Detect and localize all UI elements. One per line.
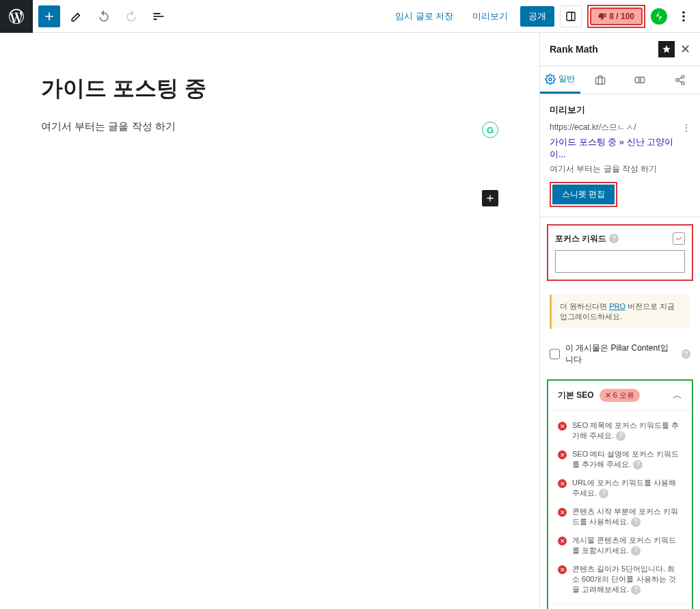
share-icon [675, 75, 686, 85]
preview-description: 여기서 부터는 글을 작성 하기 [550, 163, 690, 175]
publish-button[interactable]: 공개 [520, 6, 554, 27]
preview-title: 가이드 포스팅 중 » 신난 고양이 이... [550, 136, 690, 161]
details-button[interactable] [148, 5, 170, 27]
sidebar-toggle[interactable] [560, 5, 582, 27]
sidebar-icon [565, 11, 576, 22]
more-options-button[interactable] [673, 5, 695, 27]
help-icon[interactable]: ? [631, 517, 641, 527]
fail-icon: ✕ [558, 508, 567, 517]
seo-check-item: ✕게시물 콘텐츠에 포커스 키워드를 포함시키세요. ? [558, 531, 682, 560]
pro-upgrade-notice: 더 원하신다면 PRO 버전으로 지금 업그레이드하세요. [550, 295, 690, 329]
add-block-floating[interactable] [482, 190, 498, 206]
wordpress-logo[interactable] [0, 0, 33, 33]
post-content[interactable]: 여기서 부터는 글을 작성 하기 [41, 120, 498, 133]
focus-keyword-label: 포커스 키워드 [555, 233, 606, 245]
seo-check-item: ✕URL에 포커스 키워드를 사용해 주세요. ? [558, 474, 682, 502]
grammarly-icon[interactable]: G [482, 122, 498, 138]
pencil-icon [70, 10, 83, 23]
tab-schema[interactable] [620, 66, 660, 94]
svg-point-10 [676, 79, 679, 81]
post-title[interactable]: 가이드 포스팅 중 [41, 74, 498, 104]
fail-icon: ✕ [558, 422, 567, 431]
trend-icon[interactable] [673, 232, 685, 245]
plus-icon [485, 193, 496, 204]
briefcase-icon [595, 75, 606, 85]
undo-button[interactable] [93, 5, 115, 27]
svg-point-5 [549, 78, 552, 81]
panel-additional[interactable]: 추가 ✕ 8 오류 ﹀ [548, 604, 692, 609]
close-sidebar-button[interactable]: ✕ [680, 42, 690, 57]
svg-point-4 [682, 19, 684, 21]
svg-point-11 [682, 82, 684, 85]
svg-point-3 [682, 15, 684, 17]
help-icon[interactable]: ? [616, 431, 625, 441]
tab-general[interactable]: 일반 [540, 66, 580, 94]
favorite-button[interactable] [658, 41, 675, 57]
plus-icon [42, 10, 56, 23]
svg-line-13 [678, 77, 682, 79]
fail-icon: ✕ [558, 537, 567, 545]
fail-icon: ✕ [558, 450, 567, 459]
editor-area[interactable]: 가이드 포스팅 중 여기서 부터는 글을 작성 하기 G [0, 33, 539, 609]
svg-point-2 [682, 11, 684, 13]
redo-button[interactable] [120, 5, 142, 27]
pillar-label: 이 게시물은 Pillar Content입니다 [565, 342, 676, 366]
pro-link[interactable]: PRO [609, 302, 625, 310]
preview-section-title: 미리보기 [550, 104, 690, 116]
edit-button[interactable] [66, 5, 88, 27]
url-more-icon[interactable]: ⋮ [682, 123, 690, 133]
svg-rect-6 [595, 78, 604, 84]
svg-point-8 [638, 79, 641, 81]
help-icon[interactable]: ? [631, 546, 641, 556]
redo-icon [124, 10, 138, 23]
seo-check-item: ✕콘텐츠 시작 부분에 포커스 키워드를 사용하세요. ? [558, 502, 682, 531]
help-icon[interactable]: ? [609, 234, 619, 243]
seo-check-item: ✕SEO 제목에 포커스 키워드를 추가해 주세요. ? [558, 416, 682, 445]
add-block-button[interactable] [38, 5, 60, 27]
save-draft-link[interactable]: 임시 글로 저장 [388, 6, 460, 27]
gear-icon [545, 74, 556, 85]
trending-up-icon [675, 234, 683, 243]
svg-rect-7 [636, 77, 645, 83]
help-icon[interactable]: ? [633, 460, 643, 470]
seo-check-item: ✕SEO 메타 설명에 포커스 키워드를 추가해 주세요. ? [558, 445, 682, 474]
seo-score-text: 8 / 100 [609, 12, 634, 21]
fail-icon: ✕ [558, 479, 567, 488]
seo-score-badge[interactable]: 8 / 100 [590, 8, 643, 25]
seo-check-item: ✕콘텐츠 길이가 5단어입니다. 최소 600개의 단어를 사용하는 것을 고려… [558, 560, 682, 599]
chevron-up-icon: ︿ [673, 390, 682, 402]
bolt-icon [654, 12, 664, 21]
jetpack-icon[interactable] [651, 8, 667, 25]
tab-advanced[interactable] [580, 66, 621, 94]
preview-url: https://ecat.kr/스므ㄴㅅ/ [550, 122, 636, 133]
money-icon [634, 75, 645, 85]
help-icon[interactable]: ? [631, 585, 641, 595]
svg-line-12 [678, 81, 682, 83]
panel-basic-errors: ✕ 6 오류 [600, 389, 640, 402]
thumbs-down-icon [598, 12, 606, 21]
undo-icon [97, 10, 111, 23]
tab-social[interactable] [660, 66, 701, 94]
star-icon [662, 44, 671, 54]
sidebar-plugin-title: Rank Math [550, 44, 598, 55]
panel-basic-title: 기본 SEO [558, 390, 594, 401]
list-icon [152, 10, 165, 23]
svg-point-9 [682, 75, 684, 78]
panel-basic-seo[interactable]: 기본 SEO ✕ 6 오류 ︿ [548, 381, 692, 411]
tab-general-label: 일반 [558, 73, 575, 85]
pillar-checkbox[interactable] [550, 349, 560, 360]
svg-rect-0 [567, 12, 575, 21]
wordpress-icon [9, 9, 24, 24]
fail-icon: ✕ [558, 565, 567, 574]
dots-vertical-icon [677, 10, 690, 23]
edit-snippet-button[interactable]: 스니펫 편집 [552, 185, 615, 204]
focus-keyword-input[interactable] [555, 250, 685, 273]
help-icon[interactable]: ? [682, 349, 690, 359]
help-icon[interactable]: ? [599, 489, 608, 498]
preview-link[interactable]: 미리보기 [466, 6, 515, 27]
